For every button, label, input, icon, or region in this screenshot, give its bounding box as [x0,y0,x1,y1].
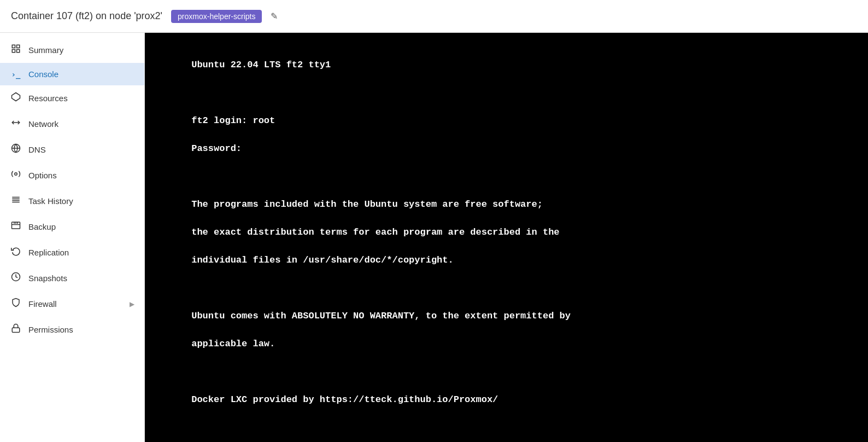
svg-rect-16 [12,328,20,332]
sidebar-label-options: Options [28,171,57,180]
svg-rect-2 [12,50,15,53]
permissions-icon [10,323,22,336]
sidebar-label-replication: Replication [28,248,69,257]
sidebar-label-resources: Resources [28,94,68,103]
sidebar-label-network: Network [28,119,58,129]
sidebar-item-resources[interactable]: Resources [0,85,144,111]
sidebar-item-dns[interactable]: DNS [0,137,144,162]
sidebar-label-firewall: Firewall [28,299,57,309]
svg-rect-3 [17,50,20,53]
sidebar-item-summary[interactable]: Summary [0,37,144,63]
backup-icon [10,220,22,233]
firewall-icon [10,298,22,310]
sidebar-label-summary: Summary [28,45,63,55]
firewall-chevron: ▶ [130,300,134,308]
sidebar-item-task-history[interactable]: Task History [0,188,144,214]
network-icon [10,118,22,130]
dns-icon [10,143,22,156]
svg-marker-4 [12,93,20,101]
svg-rect-1 [17,45,20,48]
sidebar: Summary ›_ Console Resources Network DNS [0,33,145,442]
console-area[interactable]: Ubuntu 22.04 LTS ft2 tty1 ft2 login: roo… [145,33,868,442]
sidebar-item-permissions[interactable]: Permissions [0,317,144,342]
sidebar-item-options[interactable]: Options [0,162,144,188]
svg-rect-0 [12,45,15,48]
sidebar-label-dns: DNS [28,145,46,154]
sidebar-item-console[interactable]: ›_ Console [0,63,144,85]
snapshots-icon [10,272,22,284]
sidebar-item-replication[interactable]: Replication [0,240,144,265]
edit-icon[interactable]: ✎ [271,11,278,21]
sidebar-item-network[interactable]: Network [0,111,144,137]
replication-icon [10,246,22,259]
tag-badge[interactable]: proxmox-helper-scripts [171,10,262,23]
sidebar-label-task-history: Task History [28,196,73,206]
main-layout: Summary ›_ Console Resources Network DNS [0,33,868,442]
console-output: Ubuntu 22.04 LTS ft2 tty1 ft2 login: roo… [145,33,868,442]
summary-icon [10,44,22,56]
sidebar-label-permissions: Permissions [28,325,73,334]
sidebar-label-console: Console [28,69,58,79]
resources-icon [10,92,22,104]
page-title: Container 107 (ft2) on node 'prox2' [11,10,162,22]
console-icon: ›_ [10,70,22,79]
sidebar-label-snapshots: Snapshots [28,274,67,283]
sidebar-item-backup[interactable]: Backup [0,214,144,240]
svg-point-8 [15,173,17,176]
sidebar-item-snapshots[interactable]: Snapshots [0,265,144,291]
options-icon [10,169,22,182]
header: Container 107 (ft2) on node 'prox2' prox… [0,0,868,33]
task-history-icon [10,195,22,207]
sidebar-item-firewall[interactable]: Firewall ▶ [0,291,144,317]
sidebar-label-backup: Backup [28,222,56,231]
